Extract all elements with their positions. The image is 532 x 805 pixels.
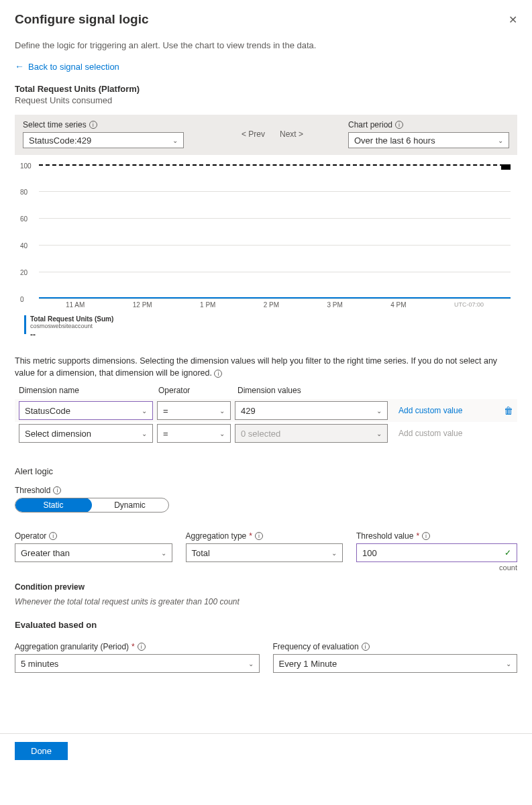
- dimension-name-select[interactable]: Select dimension⌄: [19, 424, 153, 443]
- granularity-label: Aggregation granularity (Period): [15, 642, 129, 651]
- threshold-label: Threshold: [15, 486, 50, 495]
- time-series-select[interactable]: StatusCode:429 ⌄: [23, 132, 184, 148]
- legend-account: cosmoswebsiteaccount: [30, 323, 113, 329]
- gridline: 80: [39, 191, 511, 192]
- checkmark-icon: ✓: [504, 548, 511, 557]
- aggregation-type-select[interactable]: Total⌄: [186, 543, 343, 562]
- chevron-down-icon: ⌄: [248, 660, 254, 667]
- alert-logic-heading: Alert logic: [15, 466, 517, 476]
- x-tick-label: 4 PM: [390, 301, 406, 309]
- info-icon[interactable]: i: [138, 643, 146, 651]
- chevron-down-icon: ⌄: [142, 407, 147, 415]
- delete-icon[interactable]: 🗑: [504, 405, 513, 416]
- time-series-label: Select time series: [23, 120, 87, 129]
- required-marker: *: [131, 642, 135, 651]
- time-series-bar: Select time series i StatusCode:429 ⌄ < …: [15, 115, 517, 155]
- condition-preview-text: Whenever the total total request units i…: [15, 597, 517, 606]
- chevron-down-icon: ⌄: [498, 137, 503, 144]
- add-custom-value-link[interactable]: Add custom value: [398, 406, 462, 415]
- threshold-dynamic[interactable]: Dynamic: [91, 498, 168, 512]
- dimension-value-select[interactable]: 0 selected⌄: [235, 424, 388, 443]
- gridline: 0: [39, 299, 511, 299]
- dimension-value-select[interactable]: 429⌄: [235, 401, 388, 420]
- required-marker: *: [416, 531, 419, 541]
- threshold-static[interactable]: Static: [15, 498, 92, 513]
- chart-period-value: Over the last 6 hours: [354, 136, 435, 146]
- close-icon[interactable]: ✕: [509, 13, 517, 26]
- operator-label: Operator: [15, 531, 46, 541]
- back-link[interactable]: ← Back to signal selection: [15, 61, 119, 72]
- evaluated-heading: Evaluated based on: [15, 620, 517, 630]
- x-tick-label: 1 PM: [200, 301, 215, 309]
- arrow-left-icon: ←: [15, 61, 24, 72]
- info-icon[interactable]: i: [214, 370, 222, 378]
- x-tick-label: 2 PM: [264, 301, 279, 309]
- chevron-down-icon: ⌄: [376, 430, 382, 437]
- legend-series-name: Total Request Units (Sum): [30, 315, 113, 323]
- x-tick-label: 3 PM: [327, 301, 343, 309]
- gridline: 40: [39, 245, 511, 246]
- y-tick-label: 100: [20, 162, 32, 170]
- frequency-label: Frequency of evaluation: [273, 642, 359, 651]
- threshold-unit: count: [356, 564, 517, 572]
- dim-header-name: Dimension name: [19, 386, 158, 395]
- dim-header-operator: Operator: [158, 386, 237, 395]
- legend-value: --: [30, 330, 113, 339]
- info-icon[interactable]: i: [53, 486, 61, 494]
- chevron-down-icon: ⌄: [376, 407, 382, 415]
- add-custom-value-link: Add custom value: [398, 429, 462, 438]
- chevron-down-icon: ⌄: [161, 549, 166, 557]
- dimension-name-select[interactable]: StatusCode⌄: [19, 401, 153, 420]
- threshold-value-label: Threshold value: [356, 531, 413, 541]
- info-icon[interactable]: i: [362, 643, 370, 651]
- gridline: 20: [39, 272, 511, 272]
- x-tick-label: 11 AM: [66, 301, 85, 309]
- threshold-marker: [501, 164, 511, 170]
- chevron-down-icon: ⌄: [506, 660, 511, 667]
- chart: 020406080100 11 AM12 PM1 PM2 PM3 PM4 PMU…: [15, 164, 517, 339]
- next-button[interactable]: Next >: [276, 129, 307, 139]
- y-tick-label: 80: [20, 189, 28, 196]
- y-tick-label: 0: [20, 296, 24, 303]
- dimension-operator-select[interactable]: =⌄: [157, 424, 231, 443]
- chevron-down-icon: ⌄: [219, 407, 225, 415]
- info-icon[interactable]: i: [89, 121, 97, 129]
- chart-period-label: Chart period: [348, 120, 392, 129]
- timezone-label: UTC-07:00: [454, 301, 484, 309]
- chevron-down-icon: ⌄: [172, 137, 178, 144]
- signal-description: Request Units consumed: [15, 95, 517, 105]
- y-tick-label: 20: [20, 269, 28, 276]
- y-tick-label: 40: [20, 242, 28, 250]
- gridline: 60: [39, 218, 511, 219]
- chart-period-select[interactable]: Over the last 6 hours ⌄: [348, 132, 509, 148]
- operator-select[interactable]: Greater than⌄: [15, 543, 172, 562]
- gridline: 100: [39, 164, 511, 166]
- legend-color-bar: [24, 315, 26, 334]
- granularity-select[interactable]: 5 minutes⌄: [15, 654, 260, 673]
- info-icon[interactable]: i: [255, 532, 263, 540]
- condition-preview-heading: Condition preview: [15, 582, 517, 592]
- frequency-select[interactable]: Every 1 Minute⌄: [273, 654, 518, 673]
- time-series-value: StatusCode:429: [29, 136, 91, 146]
- threshold-toggle[interactable]: Static Dynamic: [15, 498, 169, 513]
- threshold-value-input[interactable]: 100 ✓: [356, 543, 517, 562]
- aggregation-type-label: Aggregation type: [186, 531, 247, 541]
- done-button[interactable]: Done: [15, 742, 68, 760]
- dimension-operator-select[interactable]: =⌄: [157, 401, 231, 420]
- dim-header-values: Dimension values: [237, 386, 517, 395]
- info-icon[interactable]: i: [422, 532, 430, 540]
- required-marker: *: [249, 531, 252, 541]
- data-line: [39, 297, 511, 299]
- x-tick-label: 12 PM: [133, 301, 152, 309]
- dimension-row: Select dimension⌄ =⌄ 0 selected⌄ Add cus…: [15, 422, 517, 445]
- chevron-down-icon: ⌄: [331, 549, 337, 557]
- chevron-down-icon: ⌄: [142, 430, 147, 437]
- y-tick-label: 60: [20, 215, 28, 223]
- chevron-down-icon: ⌄: [219, 430, 225, 437]
- info-icon[interactable]: i: [49, 532, 57, 540]
- info-icon[interactable]: i: [395, 121, 403, 129]
- prev-button[interactable]: < Prev: [237, 129, 269, 139]
- back-link-label: Back to signal selection: [28, 62, 119, 72]
- panel-subtitle: Define the logic for triggering an alert…: [15, 40, 517, 50]
- dimension-row: StatusCode⌄ =⌄ 429⌄ Add custom value 🗑: [15, 399, 517, 422]
